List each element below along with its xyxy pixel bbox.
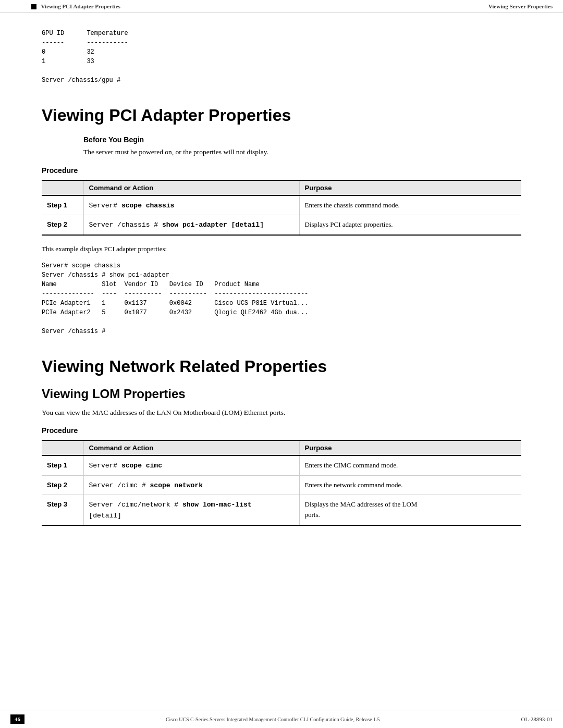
- step-header: [42, 180, 83, 195]
- table-header-row: Command or Action Purpose: [42, 180, 521, 195]
- lom-procedure-heading: Procedure: [42, 426, 521, 435]
- header-left-text: Viewing PCI Adapter Properties: [31, 3, 120, 9]
- command-bold: scope cimc: [121, 462, 162, 470]
- command-detail: [detail]: [89, 512, 121, 520]
- pci-example-code: Server# scope chassis Server /chassis # …: [42, 256, 521, 341]
- gpu-code-block: GPU ID Temperature ------ ----------- 0 …: [42, 23, 521, 90]
- command-cell: Server /cimc/network # show lom-mac-list…: [83, 495, 299, 526]
- purpose-cell: Displays PCI adapter properties.: [299, 215, 521, 235]
- command-prefix: Server /cimc/network #: [89, 501, 182, 509]
- command-cell: Server /chassis # show pci-adapter [deta…: [83, 215, 299, 235]
- table-row: Step 3 Server /cimc/network # show lom-m…: [42, 495, 521, 526]
- pci-section-title: Viewing PCI Adapter Properties: [42, 106, 521, 125]
- command-bold: show lom-mac-list: [182, 501, 252, 509]
- step-header: [42, 440, 83, 455]
- table-header-row: Command or Action Purpose: [42, 440, 521, 455]
- footer-center-text: Cisco UCS C-Series Servers Integrated Ma…: [166, 717, 380, 722]
- purpose-header: Purpose: [299, 440, 521, 455]
- command-header: Command or Action: [83, 180, 299, 195]
- lom-intro-text: You can view the MAC addresses of the LA…: [42, 408, 521, 418]
- lom-subsection-title: Viewing LOM Properties: [42, 387, 521, 401]
- command-bold: show pci-adapter [detail]: [162, 221, 264, 229]
- footer-right-text: OL-28893-01: [521, 716, 553, 722]
- header-right-text: Viewing Server Properties: [488, 3, 553, 9]
- main-content: GPU ID Temperature ------ ----------- 0 …: [0, 13, 563, 565]
- purpose-cell: Enters the network command mode.: [299, 475, 521, 495]
- command-prefix: Server#: [89, 462, 121, 470]
- purpose-header: Purpose: [299, 180, 521, 195]
- command-prefix: Server#: [89, 202, 121, 209]
- page-footer: 46 Cisco UCS C-Series Servers Integrated…: [0, 710, 563, 728]
- before-you-begin-text: The server must be powered on, or the pr…: [83, 147, 521, 157]
- purpose-cell: Displays the MAC addresses of the LOMpor…: [299, 495, 521, 526]
- step-label: Step 2: [42, 475, 83, 495]
- command-cell: Server# scope chassis: [83, 195, 299, 215]
- pci-procedure-table: Command or Action Purpose Step 1 Server#…: [42, 180, 521, 236]
- step-label: Step 1: [42, 195, 83, 215]
- command-bold: scope chassis: [121, 202, 174, 209]
- command-bold: scope network: [150, 482, 203, 489]
- command-prefix: Server /chassis #: [89, 221, 162, 229]
- command-cell: Server /cimc # scope network: [83, 475, 299, 495]
- pci-procedure-heading: Procedure: [42, 166, 521, 175]
- before-you-begin-heading: Before You Begin: [83, 135, 521, 144]
- step-label: Step 3: [42, 495, 83, 526]
- table-row: Step 1 Server# scope cimc Enters the CIM…: [42, 455, 521, 475]
- header-bullet-icon: [31, 4, 36, 9]
- page-number: 46: [10, 714, 25, 724]
- lom-procedure-table: Command or Action Purpose Step 1 Server#…: [42, 440, 521, 526]
- command-prefix: Server /cimc #: [89, 482, 150, 489]
- table-row: Step 2 Server /cimc # scope network Ente…: [42, 475, 521, 495]
- purpose-cell: Enters the CIMC command mode.: [299, 455, 521, 475]
- example-intro: This example displays PCI adapter proper…: [42, 244, 521, 254]
- page-header: Viewing PCI Adapter Properties Viewing S…: [0, 0, 563, 13]
- table-row: Step 2 Server /chassis # show pci-adapte…: [42, 215, 521, 235]
- purpose-cell: Enters the chassis command mode.: [299, 195, 521, 215]
- step-label: Step 2: [42, 215, 83, 235]
- command-cell: Server# scope cimc: [83, 455, 299, 475]
- command-header: Command or Action: [83, 440, 299, 455]
- step-label: Step 1: [42, 455, 83, 475]
- table-row: Step 1 Server# scope chassis Enters the …: [42, 195, 521, 215]
- network-section-title: Viewing Network Related Properties: [42, 357, 521, 376]
